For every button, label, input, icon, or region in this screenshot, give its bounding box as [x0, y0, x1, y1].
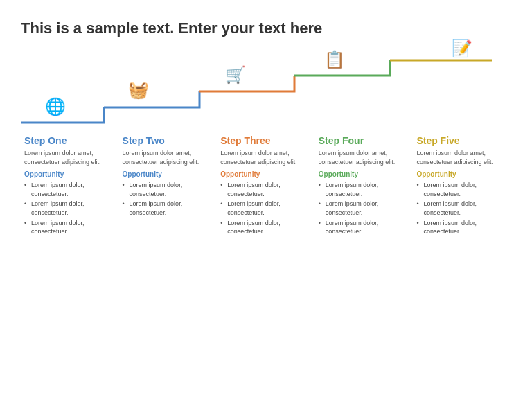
step-1-icon: 🌐 — [45, 97, 66, 116]
step-3-opportunity-label: Opportunity — [220, 170, 312, 178]
step-4-title: Step Four — [319, 135, 410, 146]
list-item: Lorem ipsum dolor, consectetuer. — [319, 219, 410, 236]
step-5-title: Step Five — [416, 135, 508, 146]
list-item: Lorem ipsum dolor, consectetuer. — [416, 200, 508, 217]
step-4-bullets: Lorem ipsum dolor, consectetuer. Lorem i… — [319, 181, 410, 236]
step-2-desc: Lorem ipsum dolor amet, consectetuer adi… — [123, 149, 214, 166]
list-item: Lorem ipsum dolor, consectetuer. — [24, 219, 116, 236]
step-2-icon: 🧺 — [128, 80, 149, 100]
step-5-opportunity-label: Opportunity — [416, 170, 508, 178]
list-item: Lorem ipsum dolor, consectetuer. — [24, 200, 116, 217]
step-4-icon: 📋 — [324, 50, 345, 69]
step-2-opportunity-label: Opportunity — [123, 170, 214, 178]
list-item: Lorem ipsum dolor, consectetuer. — [123, 181, 214, 198]
list-item: Lorem ipsum dolor, consectetuer. — [24, 181, 116, 198]
step-1-bullets: Lorem ipsum dolor, consectetuer. Lorem i… — [24, 181, 116, 236]
step-3-icon: 🛒 — [225, 65, 246, 85]
step-3-col: Step Three Lorem ipsum dolor amet, conse… — [217, 135, 315, 238]
content-area: 🌐 🧺 🛒 📋 📝 Step One Lorem ipsum dolor ame… — [21, 50, 511, 238]
step-1-opportunity-label: Opportunity — [24, 170, 116, 178]
list-item: Lorem ipsum dolor, consectetuer. — [416, 219, 508, 236]
step-2-col: Step Two Lorem ipsum dolor amet, consect… — [119, 135, 218, 219]
step-1-col: Step One Lorem ipsum dolor amet, consect… — [21, 135, 119, 238]
step-1-desc: Lorem ipsum dolor amet, consectetuer adi… — [24, 149, 116, 166]
step-4-opportunity-label: Opportunity — [319, 170, 410, 178]
list-item: Lorem ipsum dolor, consectetuer. — [220, 181, 312, 198]
slide-title: This is a sample text. Enter your text h… — [21, 19, 511, 37]
list-item: Lorem ipsum dolor, consectetuer. — [123, 200, 214, 217]
step-5-bullets: Lorem ipsum dolor, consectetuer. Lorem i… — [416, 181, 508, 236]
list-item: Lorem ipsum dolor, consectetuer. — [319, 200, 410, 217]
step-2-title: Step Two — [123, 135, 214, 146]
step-5-desc: Lorem ipsum dolor amet, consectetuer adi… — [416, 149, 508, 166]
step-3-desc: Lorem ipsum dolor amet, consectetuer adi… — [220, 149, 312, 166]
step-1-title: Step One — [24, 135, 116, 146]
step-5-col: Step Five Lorem ipsum dolor amet, consec… — [413, 135, 511, 238]
list-item: Lorem ipsum dolor, consectetuer. — [220, 219, 312, 236]
staircase: 🌐 🧺 🛒 📋 📝 — [21, 50, 511, 130]
steps-data: Step One Lorem ipsum dolor amet, consect… — [21, 135, 511, 238]
step-4-desc: Lorem ipsum dolor amet, consectetuer adi… — [319, 149, 410, 166]
step-5-icon: 📝 — [452, 39, 472, 58]
list-item: Lorem ipsum dolor, consectetuer. — [220, 200, 312, 217]
step-3-title: Step Three — [220, 135, 312, 146]
step-2-bullets: Lorem ipsum dolor, consectetuer. Lorem i… — [123, 181, 214, 217]
list-item: Lorem ipsum dolor, consectetuer. — [319, 181, 410, 198]
slide: This is a sample text. Enter your text h… — [0, 0, 532, 399]
list-item: Lorem ipsum dolor, consectetuer. — [416, 181, 508, 198]
step-4-col: Step Four Lorem ipsum dolor amet, consec… — [315, 135, 414, 238]
step-3-bullets: Lorem ipsum dolor, consectetuer. Lorem i… — [220, 181, 312, 236]
